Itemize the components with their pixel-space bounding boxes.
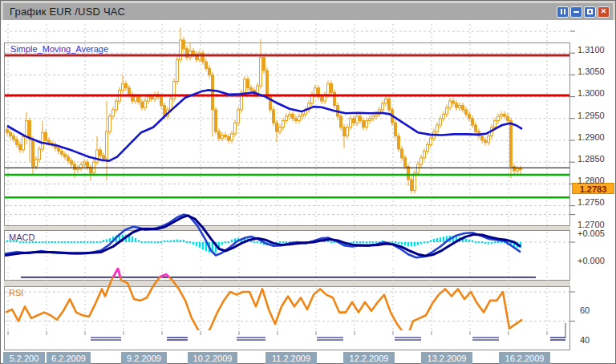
price-panel[interactable] <box>4 42 570 226</box>
maximize-icon <box>587 9 593 14</box>
title-bar: График EUR /USD ЧАС ✕ <box>3 3 613 21</box>
chart-client-area: Simple_Moving_Average MACD RSI 1.2783 1.… <box>1 20 615 363</box>
date-label: 16.2.2009 <box>499 352 550 364</box>
macd-panel[interactable] <box>4 230 570 281</box>
window-title: График EUR /USD ЧАС <box>3 6 125 18</box>
minimize-button[interactable] <box>570 6 582 18</box>
chart-window: График EUR /USD ЧАС ✕ Simple_Moving_Aver… <box>0 0 616 364</box>
rsi-indicator-label: RSI <box>9 288 23 297</box>
date-label: 12.2.2009 <box>343 352 395 364</box>
date-label: 5.2.200 <box>3 352 45 364</box>
rsi-axis-label: 60 <box>580 305 590 315</box>
price-axis-label: 1.2950 <box>578 111 605 120</box>
minimize-icon <box>573 11 579 13</box>
rsi-axis-label: 40 <box>580 335 590 345</box>
panel-separator <box>4 281 570 286</box>
date-label: 11.2.2009 <box>265 352 317 364</box>
price-axis-label: 1.2900 <box>578 132 605 142</box>
macd-axis-label: +0.000 <box>578 256 605 265</box>
price-axis-label: 1.2750 <box>578 197 605 207</box>
macd-axis-label: +0.005 <box>578 229 605 238</box>
price-axis-label: 1.3000 <box>578 88 605 98</box>
price-axis-label: 1.3050 <box>578 67 605 76</box>
close-button[interactable]: ✕ <box>598 6 610 18</box>
price-axis-label: 1.2850 <box>578 154 605 164</box>
date-label: 6.2.2009 <box>47 352 91 364</box>
sma-indicator-label: Simple_Moving_Average <box>10 44 108 54</box>
pause-button[interactable] <box>557 6 569 18</box>
pause-icon <box>561 9 562 14</box>
price-axis-label: 1.3100 <box>578 45 605 55</box>
pause-icon <box>564 9 565 14</box>
date-label: 10.2.2009 <box>188 352 237 364</box>
maximize-button[interactable] <box>584 6 596 18</box>
date-label: 9.2.2009 <box>121 352 167 364</box>
price-axis-label: 1.2800 <box>578 176 605 185</box>
rsi-panel[interactable] <box>4 286 570 350</box>
macd-indicator-label: MACD <box>9 233 34 242</box>
window-controls: ✕ <box>557 6 613 18</box>
date-label: 13.2.2009 <box>421 352 472 364</box>
